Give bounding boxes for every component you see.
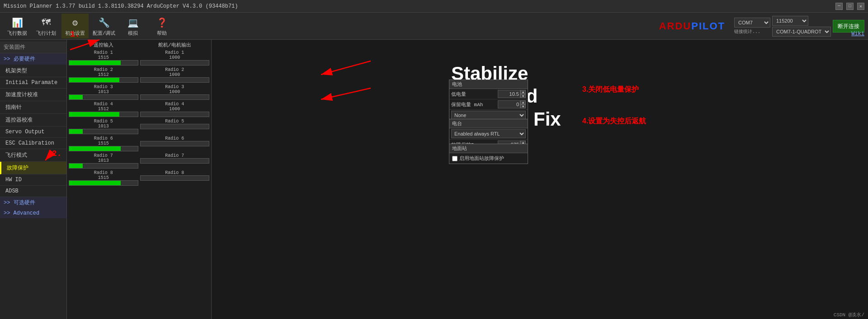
sidebar-setup-section: 安装固件 xyxy=(0,42,66,53)
reserve-spinner[interactable]: ▲ ▼ xyxy=(520,100,526,108)
rc-input-col-8: Radio 8 1515 xyxy=(69,170,138,186)
output-bar-container-8 xyxy=(140,175,210,181)
window-title: Mission Planner 1.3.77 build 1.3.8110.38… xyxy=(4,3,238,9)
reserve-label: 保留电量 mAh xyxy=(451,101,498,108)
close-button[interactable]: ✕ xyxy=(857,3,864,10)
low-voltage-down[interactable]: ▼ xyxy=(520,94,526,98)
sidebar-optional-hardware[interactable]: >> 可选硬件 xyxy=(0,197,66,208)
radio-row-5: Radio 5 1013 Radio 5 xyxy=(69,119,209,134)
rc-input-col-1: Radio 1 1515 xyxy=(69,50,138,66)
radio-label-8: Radio 8 xyxy=(69,170,138,175)
servo-output-col-7: Radio 7 xyxy=(140,153,210,169)
simulation-icon: 💻 xyxy=(126,15,140,30)
relay-section-title: 电台 xyxy=(449,119,528,128)
servo-output-col-3: Radio 3 1000 xyxy=(140,84,210,100)
sidebar-item-adsb[interactable]: ADSB xyxy=(0,186,66,197)
annotation-num1: 1. xyxy=(70,30,80,39)
wiki-link[interactable]: Wiki xyxy=(851,31,864,37)
radio-bar-container-4 xyxy=(69,112,138,117)
reserve-up[interactable]: ▲ xyxy=(520,100,526,104)
output-bar-container-4 xyxy=(140,112,210,117)
sidebar-item-accel-calib[interactable]: 加速度计校准 xyxy=(0,89,66,101)
titlebar: Mission Planner 1.3.77 build 1.3.8110.38… xyxy=(0,0,868,13)
radio-value-1: 1515 xyxy=(69,55,138,60)
radio-bar-6 xyxy=(69,146,121,151)
toolbar-flight-plan-label: 飞行计划 xyxy=(36,30,56,37)
output-label-4: Radio 4 xyxy=(140,102,210,107)
radio-bar-container-2 xyxy=(69,77,138,83)
sidebar-item-failsafe[interactable]: 故障保护 xyxy=(0,162,66,174)
rc-input-col-5: Radio 5 1013 xyxy=(69,119,138,134)
sidebar-item-servo-output[interactable]: Servo Output xyxy=(0,127,66,138)
output-label-7: Radio 7 xyxy=(140,153,210,158)
top-right-controls: ARDUPILOT COM7 链接统计... 115200 COM7-1-QUA… xyxy=(656,13,868,40)
annotation-label-3: 3.关闭低电量保护 xyxy=(582,85,639,94)
output-bar-container-3 xyxy=(140,94,210,100)
radio-bar-container-5 xyxy=(69,129,138,134)
radio-bar-container-7 xyxy=(69,163,138,169)
output-bar-container-7 xyxy=(140,158,210,164)
flight-plan-icon: 🗺 xyxy=(39,15,53,30)
content-area: Stabilize Disarmed GPS: No Fix 电池 低电量 ▲ … xyxy=(212,40,868,319)
radio-value-5: 1013 xyxy=(69,124,138,129)
output-value-4: 1000 xyxy=(140,107,210,112)
radio-bar-3 xyxy=(69,95,83,99)
toolbar-config-debug-label: 配置/调试 xyxy=(93,30,116,37)
output-bar-container-6 xyxy=(140,141,210,146)
com-port-select[interactable]: COM7 xyxy=(734,18,770,28)
sidebar-item-esc-calib[interactable]: ESC Calibration xyxy=(0,138,66,149)
radio-row-8: Radio 8 1515 Radio 8 xyxy=(69,170,209,186)
profile-select[interactable]: COM7-1-QUADROTO xyxy=(772,27,831,37)
battery-section: 电池 低电量 ▲ ▼ 保留电量 mAh ▲ ▼ None xyxy=(449,80,528,122)
baud-rate-select[interactable]: 115200 xyxy=(772,16,808,26)
sidebar-item-rc-calib[interactable]: 遥控器校准 xyxy=(0,114,66,127)
output-value-2: 1000 xyxy=(140,72,210,77)
sidebar-item-compass[interactable]: 指南针 xyxy=(0,101,66,114)
low-voltage-up[interactable]: ▲ xyxy=(520,90,526,94)
radio-bar-4 xyxy=(69,112,119,117)
sidebar-item-hw-id[interactable]: HW ID xyxy=(0,174,66,186)
toolbar-flight-data[interactable]: 📊 飞行数据 xyxy=(4,14,31,38)
config-debug-icon: 🔧 xyxy=(97,15,111,30)
gs-failsafe-checkbox[interactable] xyxy=(452,156,458,161)
output-label-3: Radio 3 xyxy=(140,84,210,89)
rc-input-col-2: Radio 2 1512 xyxy=(69,67,138,83)
servo-output-col-1: Radio 1 1000 xyxy=(140,50,210,66)
radio-bar-8 xyxy=(69,181,121,185)
low-voltage-spinner[interactable]: ▲ ▼ xyxy=(520,90,526,98)
reserve-down[interactable]: ▼ xyxy=(520,104,526,108)
radio-value-3: 1013 xyxy=(69,89,138,94)
toolbar-flight-plan[interactable]: 🗺 飞行计划 xyxy=(33,14,60,38)
output-label-2: Radio 2 xyxy=(140,67,210,72)
radio-label-3: Radio 3 xyxy=(69,84,138,89)
sidebar-advanced[interactable]: >> Advanced xyxy=(0,208,66,218)
sidebar-item-frame-type[interactable]: 机架类型 xyxy=(0,65,66,77)
radio-bar-container-8 xyxy=(69,180,138,186)
low-voltage-input[interactable] xyxy=(498,90,520,98)
sidebar-item-initial-param[interactable]: Initial Paramate xyxy=(0,77,66,89)
output-label-8: Radio 8 xyxy=(140,170,210,175)
radio-panel-headers: 遥控输入 舵机/电机输出 xyxy=(69,42,209,50)
battery-action-select[interactable]: None xyxy=(451,111,526,120)
sidebar: 安装固件 >> 必要硬件 机架类型 Initial Paramate 加速度计校… xyxy=(0,40,67,319)
radio-bar-7 xyxy=(69,164,83,168)
radio-bar-2 xyxy=(69,78,119,82)
toolbar-simulation[interactable]: 💻 模拟 xyxy=(119,14,146,38)
reserve-input[interactable] xyxy=(498,100,520,108)
radio-bar-5 xyxy=(69,129,83,134)
radio-bar-container-6 xyxy=(69,146,138,151)
servo-output-col-5: Radio 5 xyxy=(140,119,210,134)
minimize-button[interactable]: ─ xyxy=(835,3,843,10)
toolbar-help[interactable]: ❓ 帮助 xyxy=(148,14,175,38)
radio-row-6: Radio 6 1515 Radio 6 xyxy=(69,136,209,151)
low-voltage-label: 低电量 xyxy=(451,91,498,98)
radio-label-1: Radio 1 xyxy=(69,50,138,55)
radio-row-1: Radio 1 1515 Radio 1 1000 xyxy=(69,50,209,66)
toolbar-config-debug[interactable]: 🔧 配置/调试 xyxy=(90,14,118,38)
output-label-5: Radio 5 xyxy=(140,119,210,124)
output-bar-container-1 xyxy=(140,60,210,66)
bottom-text: CSDN @淡水/ xyxy=(834,312,864,318)
maximize-button[interactable]: □ xyxy=(846,3,854,10)
sidebar-required-hardware[interactable]: >> 必要硬件 xyxy=(0,53,66,65)
relay-action-select[interactable]: Enabled always RTL xyxy=(451,129,526,138)
